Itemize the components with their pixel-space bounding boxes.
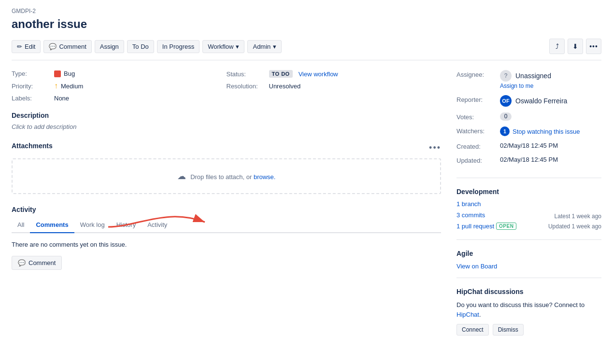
unassigned-icon: ? [500, 70, 512, 82]
workflow-button[interactable]: Workflow ▾ [202, 40, 244, 53]
admin-button[interactable]: Admin ▾ [247, 40, 282, 53]
tab-all[interactable]: All [12, 217, 30, 233]
tab-activity[interactable]: Activity [142, 217, 173, 233]
chevron-down-icon: ▾ [236, 43, 239, 50]
updated-label: Updated: [456, 156, 500, 164]
comment-btn-label: Comment [29, 259, 56, 266]
stop-watching-link[interactable]: Stop watching this issue [513, 128, 580, 135]
activity-tabs-container: All Comments Work log History Activity [12, 217, 441, 233]
main-content: Type: Bug Priority: ↑ Medium [12, 70, 441, 353]
branch-link[interactable]: 1 branch [456, 200, 481, 208]
status-row: Status: TO DO View workflow [227, 70, 442, 78]
main-layout: Type: Bug Priority: ↑ Medium [12, 70, 601, 353]
in-progress-label: In Progress [162, 43, 194, 50]
share-button[interactable]: ⤴ [549, 39, 565, 54]
commits-link[interactable]: 3 commits [456, 211, 485, 219]
hipchat-text: Do you want to discuss this issue? Conne… [456, 300, 601, 319]
bookmark-icon: ⬇ [572, 42, 578, 50]
commits-row: 3 commits Latest 1 week ago [456, 211, 601, 221]
assignee-label: Assignee: [456, 70, 500, 89]
activity-tabs: All Comments Work log History Activity [12, 217, 441, 233]
resolution-value: Unresolved [269, 83, 301, 90]
watchers-row: Watchers: 1 Stop watching this issue [456, 126, 601, 136]
votes-label: Votes: [456, 112, 500, 121]
votes-badge: 0 [500, 112, 512, 121]
labels-label: Labels: [12, 95, 50, 102]
priority-up-icon: ↑ [54, 82, 58, 90]
attachments-title: Attachments [12, 142, 53, 150]
pull-request-row: 1 pull request OPEN Updated 1 week ago [456, 223, 601, 230]
comment-icon: 💬 [49, 43, 57, 50]
resolution-label: Resolution: [227, 83, 265, 90]
assignee-container: ? Unassigned [500, 70, 551, 82]
workflow-label: Workflow [208, 43, 233, 50]
labels-value: None [54, 95, 69, 102]
assign-label: Assign [100, 43, 119, 50]
chevron-down-icon: ▾ [273, 43, 276, 50]
breadcrumb: GMDPI-2 [12, 8, 601, 14]
created-value: 02/May/18 12:45 PM [500, 142, 558, 150]
assignee-row: Assignee: ? Unassigned Assign to me [456, 70, 601, 89]
development-title: Development [456, 188, 601, 196]
latest-text: Latest 1 week ago [555, 213, 601, 220]
type-label: Type: [12, 70, 50, 77]
view-workflow-link[interactable]: View workflow [299, 70, 338, 78]
reporter-row: Reporter: OF Oswaldo Ferreira [456, 95, 601, 107]
admin-label: Admin [253, 43, 271, 50]
more-button[interactable]: ••• [586, 39, 601, 54]
watchers-count-badge: 1 [500, 126, 510, 136]
status-value: TO DO View workflow [269, 70, 338, 78]
edit-button[interactable]: ✏ Edit [12, 40, 41, 53]
updated-row: Updated: 02/May/18 12:45 PM [456, 156, 601, 164]
in-progress-button[interactable]: In Progress [157, 40, 200, 53]
click-to-add-description[interactable]: Click to add description [12, 123, 441, 130]
meta-col-right: Status: TO DO View workflow Resolution: … [227, 70, 442, 102]
comment-label: Comment [59, 43, 86, 50]
tab-comments[interactable]: Comments [30, 217, 74, 233]
pencil-icon: ✏ [17, 43, 22, 50]
watchers-label: Watchers: [456, 126, 500, 136]
browse-link[interactable]: browse. [254, 173, 276, 181]
hipchat-section: HipChat discussions Do you want to discu… [456, 288, 601, 343]
no-comments-text: There are no comments yet on this issue. [12, 241, 441, 248]
open-badge: OPEN [496, 223, 516, 230]
resolution-row: Resolution: Unresolved [227, 83, 442, 90]
reporter-avatar: OF [500, 95, 512, 107]
issue-title: another issue [12, 17, 601, 31]
created-label: Created: [456, 142, 500, 150]
development-section: Development 1 branch 3 commits Latest 1 … [456, 188, 601, 240]
assign-to-me-link[interactable]: Assign to me [500, 83, 551, 89]
type-row: Type: Bug [12, 70, 227, 77]
view-on-board-link[interactable]: View on Board [456, 263, 497, 270]
priority-row: Priority: ↑ Medium [12, 82, 227, 90]
pull-request-link[interactable]: 1 pull request [456, 223, 494, 230]
todo-button[interactable]: To Do [127, 40, 154, 53]
more-icon: ••• [589, 42, 598, 50]
comment-button[interactable]: 💬 Comment [43, 40, 91, 53]
hipchat-actions: Connect Dismiss [456, 324, 601, 336]
tab-worklog[interactable]: Work log [74, 217, 111, 233]
assign-button[interactable]: Assign [95, 40, 124, 53]
hipchat-title: HipChat discussions [456, 288, 601, 295]
agile-section: Agile View on Board [456, 250, 601, 278]
connect-button[interactable]: Connect [456, 324, 489, 336]
dismiss-button[interactable]: Dismiss [493, 324, 524, 336]
add-comment-button[interactable]: 💬 Comment [12, 256, 62, 270]
drop-zone[interactable]: ☁ Drop files to attach, or browse. [12, 158, 441, 194]
attachments-more-button[interactable]: ••• [429, 143, 441, 153]
comment-icon-small: 💬 [18, 259, 26, 266]
bug-icon [54, 70, 61, 77]
toolbar-right: ⤴ ⬇ ••• [549, 39, 601, 54]
reporter-container: OF Oswaldo Ferreira [500, 95, 567, 107]
reporter-name: Oswaldo Ferreira [515, 97, 567, 105]
hipchat-link[interactable]: HipChat [456, 311, 479, 318]
bookmark-button[interactable]: ⬇ [568, 39, 583, 54]
status-label: Status: [227, 70, 265, 78]
meta-col-left: Type: Bug Priority: ↑ Medium [12, 70, 227, 102]
attachments-header: Attachments ••• [12, 142, 441, 154]
tab-history[interactable]: History [111, 217, 142, 233]
description-section: Description Click to add description [12, 112, 441, 130]
todo-label: To Do [132, 43, 149, 50]
assignee-name: Unassigned [515, 72, 551, 80]
votes-row: Votes: 0 [456, 112, 601, 121]
